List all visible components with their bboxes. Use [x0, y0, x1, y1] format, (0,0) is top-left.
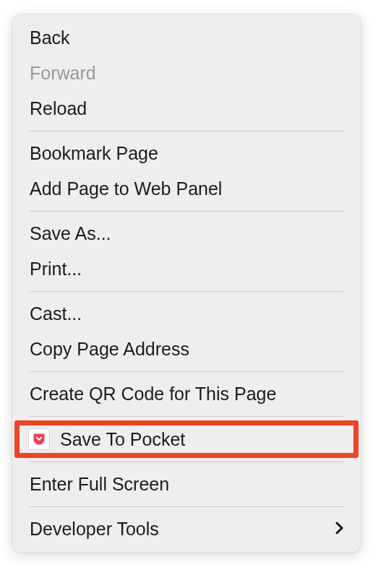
menu-item-label: Copy Page Address: [30, 339, 189, 360]
menu-item-label: Bookmark Page: [30, 143, 158, 164]
menu-item-save-to-pocket[interactable]: Save To Pocket: [15, 421, 358, 457]
menu-item-label: Enter Full Screen: [30, 474, 169, 495]
menu-item-label: Save To Pocket: [60, 429, 185, 450]
menu-item-label: Create QR Code for This Page: [30, 384, 276, 405]
menu-separator: [30, 416, 343, 417]
menu-item-label: Reload: [30, 98, 87, 119]
menu-item-create-qr[interactable]: Create QR Code for This Page: [12, 376, 361, 412]
context-menu: Back Forward Reload Bookmark Page Add Pa…: [12, 14, 361, 553]
pocket-icon: [28, 428, 50, 450]
menu-separator: [30, 131, 343, 131]
menu-item-label: Developer Tools: [30, 519, 159, 540]
menu-item-bookmark-page[interactable]: Bookmark Page: [12, 136, 361, 171]
menu-separator: [30, 506, 343, 507]
menu-item-developer-tools[interactable]: Developer Tools: [12, 511, 361, 547]
menu-item-label: Add Page to Web Panel: [30, 178, 222, 199]
menu-separator: [30, 291, 343, 292]
menu-item-label: Cast...: [30, 303, 82, 324]
menu-item-cast[interactable]: Cast...: [12, 296, 361, 332]
menu-item-add-to-web-panel[interactable]: Add Page to Web Panel: [12, 171, 361, 207]
menu-item-print[interactable]: Print...: [12, 251, 361, 287]
menu-item-reload[interactable]: Reload: [12, 91, 361, 126]
menu-item-label: Print...: [30, 259, 82, 280]
menu-item-label: Save As...: [30, 223, 111, 244]
menu-item-label: Forward: [30, 63, 96, 84]
menu-item-enter-full-screen[interactable]: Enter Full Screen: [12, 467, 361, 502]
menu-item-label: Back: [30, 27, 70, 48]
menu-separator: [30, 211, 343, 212]
menu-separator: [30, 371, 343, 372]
menu-item-forward: Forward: [12, 56, 361, 91]
chevron-right-icon: [335, 520, 343, 539]
menu-separator: [30, 462, 343, 462]
menu-item-save-as[interactable]: Save As...: [12, 216, 361, 251]
menu-item-back[interactable]: Back: [12, 20, 361, 56]
menu-item-copy-address[interactable]: Copy Page Address: [12, 332, 361, 367]
